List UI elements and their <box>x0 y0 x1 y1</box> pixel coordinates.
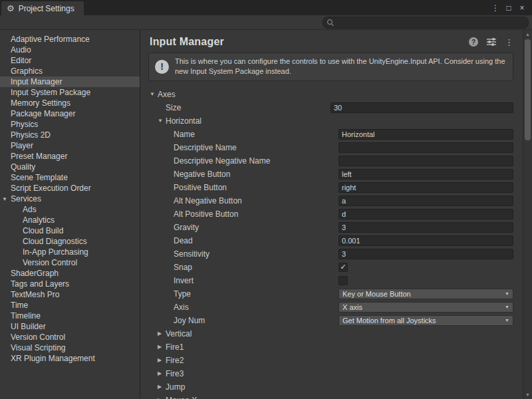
sidebar-item-label: Adaptive Performance <box>11 35 90 44</box>
sidebar-item-scene-template[interactable]: Scene Template <box>0 172 140 183</box>
foldout-collapsed-icon[interactable]: ▶ <box>158 384 166 390</box>
inspector-row-horizontal: ▼Horizontal <box>148 114 513 128</box>
tab-project-settings[interactable]: ⚙ Project Settings <box>1 1 84 15</box>
scroll-down-icon[interactable]: ▼ <box>523 390 532 399</box>
sidebar-item-version-control[interactable]: Version Control <box>0 332 140 342</box>
sidebar-item-package-manager[interactable]: Package Manager <box>0 108 140 119</box>
sidebar-item-preset-manager[interactable]: Preset Manager <box>0 151 140 162</box>
sidebar-item-shadergraph[interactable]: ShaderGraph <box>0 268 140 279</box>
foldout-collapsed-icon[interactable]: ▶ <box>158 331 166 336</box>
sensitivity-input[interactable] <box>338 249 513 259</box>
sidebar-item-script-execution-order[interactable]: Script Execution Order <box>0 183 140 194</box>
page-title: Input Manager <box>150 36 224 48</box>
dropdown-selected-value: X axis <box>342 303 362 311</box>
window-menu-icon[interactable]: ⋮ <box>489 3 501 13</box>
dead-input[interactable] <box>338 235 513 246</box>
sidebar-item-physics-2d[interactable]: Physics 2D <box>0 130 140 140</box>
scrollbar-track[interactable] <box>523 39 532 390</box>
inspector-row-negative-button: Negative Button <box>148 168 513 181</box>
sidebar-item-label: Timeline <box>11 311 41 321</box>
foldout-expanded-icon[interactable]: ▼ <box>158 118 166 124</box>
sidebar-item-in-app-purchasing[interactable]: In-App Purchasing <box>0 247 140 257</box>
maximize-icon[interactable]: □ <box>503 3 515 13</box>
field-label: Axes <box>158 90 176 99</box>
sidebar-item-input-manager[interactable]: Input Manager <box>0 76 140 87</box>
field-label: Fire1 <box>166 342 184 352</box>
sidebar-item-time[interactable]: Time <box>0 300 140 311</box>
invert-checkbox[interactable] <box>338 276 348 285</box>
search-box[interactable] <box>323 17 529 29</box>
sidebar-item-quality[interactable]: Quality <box>0 162 140 172</box>
sidebar-item-cloud-build[interactable]: Cloud Build <box>0 225 140 236</box>
sidebar-item-label: XR Plugin Management <box>11 354 95 363</box>
sidebar-item-label: Input System Package <box>11 88 90 97</box>
field-label: Axis <box>174 303 189 312</box>
sidebar-item-visual-scripting[interactable]: Visual Scripting <box>0 342 140 353</box>
sidebar-item-label: Quality <box>11 162 35 172</box>
field-label: Name <box>174 130 195 139</box>
inspector-row-invert: Invert <box>148 274 513 287</box>
alt-negative-button-input[interactable] <box>338 196 513 206</box>
sidebar-item-physics[interactable]: Physics <box>0 119 140 130</box>
foldout-collapsed-icon[interactable]: ▶ <box>158 357 166 363</box>
type-dropdown[interactable]: Key or Mouse Button▼ <box>338 289 513 299</box>
inspector-row-descriptive-name: Descriptive Name <box>148 141 513 154</box>
descriptive-name-input[interactable] <box>338 142 513 153</box>
field-label: Alt Positive Button <box>174 209 238 219</box>
context-menu-icon[interactable]: ⋮ <box>505 37 513 47</box>
descriptive-negative-name-input[interactable] <box>338 156 513 166</box>
sidebar-item-editor[interactable]: Editor <box>0 55 140 66</box>
foldout-expanded-icon[interactable]: ▼ <box>2 196 7 202</box>
foldout-collapsed-icon[interactable]: ▶ <box>158 344 166 350</box>
positive-button-input[interactable] <box>338 182 513 193</box>
gravity-input[interactable] <box>338 222 513 233</box>
presets-icon[interactable] <box>487 38 496 46</box>
inspector-row-size: Size <box>148 101 513 114</box>
negative-button-input[interactable] <box>338 169 513 180</box>
search-input[interactable] <box>338 18 524 27</box>
sidebar-item-graphics[interactable]: Graphics <box>0 66 140 76</box>
joy-num-dropdown[interactable]: Get Motion from all Joysticks▼ <box>338 315 513 326</box>
alt-positive-button-input[interactable] <box>338 209 513 219</box>
sidebar-item-services[interactable]: ▼Services <box>0 194 140 204</box>
sidebar-item-label: Scene Template <box>11 173 68 182</box>
snap-checkbox[interactable]: ✓ <box>338 263 348 272</box>
scroll-up-icon[interactable]: ▲ <box>523 30 532 39</box>
inspector-row-gravity: Gravity <box>148 221 513 234</box>
field-label: Positive Button <box>174 183 227 192</box>
sidebar-item-ui-builder[interactable]: UI Builder <box>0 321 140 332</box>
sidebar-item-version-control[interactable]: Version Control <box>0 257 140 268</box>
sidebar-item-memory-settings[interactable]: Memory Settings <box>0 98 140 108</box>
close-icon[interactable]: × <box>516 3 528 13</box>
name-input[interactable] <box>338 129 513 140</box>
sidebar-item-label: Version Control <box>23 258 77 267</box>
size-input[interactable] <box>331 102 513 113</box>
scrollbar-thumb[interactable] <box>525 39 531 140</box>
inspector-row-joy-num: Joy NumGet Motion from all Joysticks▼ <box>148 314 513 327</box>
foldout-expanded-icon[interactable]: ▼ <box>150 91 158 97</box>
sidebar-item-ads[interactable]: Ads <box>0 204 140 215</box>
inspector-row-vertical: ▶Vertical <box>148 327 513 340</box>
sidebar-item-adaptive-performance[interactable]: Adaptive Performance <box>0 34 140 45</box>
help-icon[interactable]: ? <box>469 37 478 47</box>
sidebar-item-cloud-diagnostics[interactable]: Cloud Diagnostics <box>0 236 140 247</box>
sidebar-item-timeline[interactable]: Timeline <box>0 311 140 321</box>
chevron-down-icon: ▼ <box>505 305 509 309</box>
sidebar-item-label: Services <box>11 194 41 203</box>
sidebar-item-label: UI Builder <box>11 322 46 331</box>
sidebar-item-tags-and-layers[interactable]: Tags and Layers <box>0 279 140 289</box>
sidebar-item-input-system-package[interactable]: Input System Package <box>0 87 140 98</box>
sidebar-item-audio[interactable]: Audio <box>0 45 140 55</box>
sidebar-item-textmesh-pro[interactable]: TextMesh Pro <box>0 289 140 300</box>
sidebar-item-xr-plugin-management[interactable]: XR Plugin Management <box>0 353 140 364</box>
vertical-scrollbar[interactable]: ▲ ▼ <box>523 30 532 399</box>
sidebar-item-analytics[interactable]: Analytics <box>0 215 140 225</box>
sidebar-item-label: Memory Settings <box>11 98 70 108</box>
info-text: This is where you can configure the cont… <box>175 57 507 77</box>
axis-dropdown[interactable]: X axis▼ <box>338 302 513 313</box>
sidebar-item-label: Player <box>11 141 33 150</box>
search-toolbar <box>0 15 532 30</box>
sidebar-item-label: Cloud Build <box>23 226 63 235</box>
foldout-collapsed-icon[interactable]: ▶ <box>158 370 166 376</box>
sidebar-item-player[interactable]: Player <box>0 140 140 151</box>
